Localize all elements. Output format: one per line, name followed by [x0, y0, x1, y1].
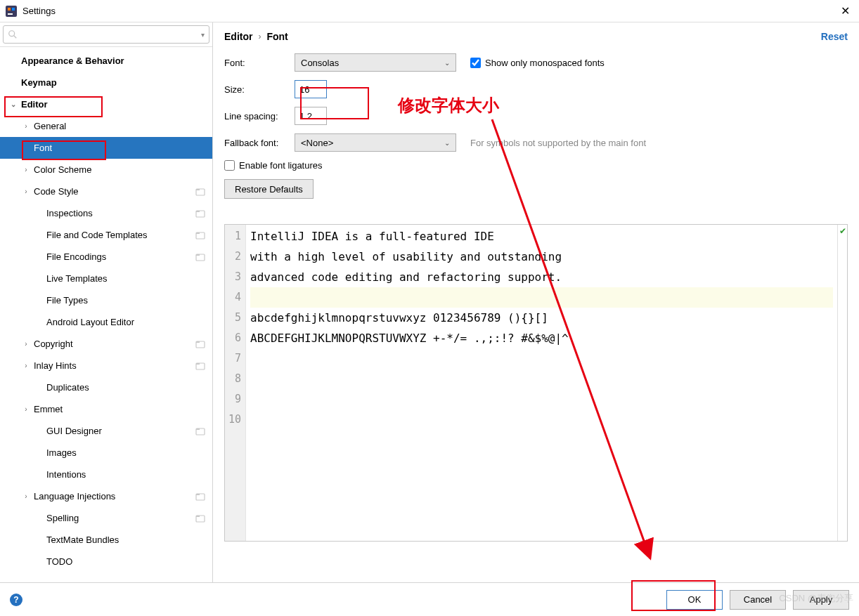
search-dropdown-icon[interactable]: ▾ [201, 31, 205, 39]
titlebar: Settings ✕ [0, 0, 859, 22]
chevron-right-icon[interactable]: › [21, 122, 31, 130]
spacing-label: Line spacing: [224, 111, 295, 122]
chevron-right-icon[interactable]: › [21, 405, 31, 413]
sidebar-item-label: Android Layout Editor [46, 317, 212, 327]
sidebar-item-todo[interactable]: TODO [0, 551, 212, 572]
sidebar-item-label: Inspections [46, 208, 195, 218]
ligatures-checkbox[interactable]: Enable font ligatures [224, 160, 323, 171]
sidebar-item-label: Duplicates [46, 382, 212, 393]
project-scope-icon [195, 230, 205, 240]
sidebar-item-file-and-code-templates[interactable]: File and Code Templates [0, 224, 212, 246]
project-scope-icon [195, 513, 205, 523]
chevron-right-icon: › [258, 32, 261, 41]
sidebar-item-copyright[interactable]: ›Copyright [0, 333, 212, 355]
close-icon[interactable]: ✕ [837, 4, 853, 18]
sidebar-item-font[interactable]: Font [0, 137, 212, 159]
sidebar-item-android-layout-editor[interactable]: Android Layout Editor [0, 311, 212, 333]
code-line: advanced code editing and refactoring su… [250, 270, 562, 284]
dialog-footer: ? OK Cancel Apply [0, 582, 859, 616]
spacing-input[interactable] [295, 107, 327, 125]
svg-rect-19 [196, 428, 200, 430]
sidebar-item-label: TODO [46, 556, 212, 567]
sidebar-item-live-templates[interactable]: Live Templates [0, 268, 212, 289]
chevron-down-icon[interactable]: ⌄ [8, 100, 18, 108]
sidebar-item-textmate-bundles[interactable]: TextMate Bundles [0, 529, 212, 551]
chevron-right-icon[interactable]: › [21, 188, 31, 195]
sidebar-item-label: Intentions [46, 469, 212, 480]
sidebar-item-inspections[interactable]: Inspections [0, 202, 212, 224]
code-line: abcdefghijklmnopqrstuvwxyz 0123456789 ()… [250, 311, 548, 325]
chevron-right-icon[interactable]: › [21, 492, 31, 500]
svg-rect-9 [196, 211, 200, 212]
fallback-value: <None> [301, 138, 444, 148]
line-number: 3 [225, 267, 241, 287]
chevron-right-icon[interactable]: › [21, 362, 31, 369]
help-button[interactable]: ? [10, 594, 22, 606]
show-monospaced-checkbox[interactable]: Show only monospaced fonts [470, 58, 605, 68]
sidebar-item-gui-designer[interactable]: GUI Designer [0, 420, 212, 442]
breadcrumb-root[interactable]: Editor [224, 31, 252, 42]
cancel-button[interactable]: Cancel [730, 590, 786, 610]
check-icon: ✔ [839, 226, 846, 236]
sidebar-item-emmet[interactable]: ›Emmet [0, 398, 212, 420]
search-field[interactable] [20, 30, 201, 40]
sidebar-item-duplicates[interactable]: Duplicates [0, 376, 212, 398]
sidebar-item-spelling[interactable]: Spelling [0, 507, 212, 529]
sidebar-item-general[interactable]: ›General [0, 115, 212, 137]
preview-code[interactable]: IntelliJ IDEA is a full-featured IDE wit… [246, 225, 837, 541]
sidebar-item-label: Code Style [34, 186, 195, 197]
chevron-down-icon: ⌄ [444, 139, 450, 147]
svg-rect-11 [196, 232, 200, 234]
sidebar-item-label: Font [34, 143, 212, 153]
svg-point-4 [9, 31, 15, 37]
code-line: ABCDEFGHIJKLMNOPQRSTUVWXYZ +-*/= .,;:!? … [250, 332, 569, 345]
chevron-down-icon: ⌄ [444, 59, 450, 67]
code-line [250, 287, 833, 308]
show-monospaced-label: Show only monospaced fonts [485, 58, 605, 68]
sidebar-item-file-encodings[interactable]: File Encodings [0, 246, 212, 268]
search-input[interactable]: ▾ [3, 25, 209, 44]
fallback-select[interactable]: <None> ⌄ [295, 133, 456, 152]
svg-rect-1 [8, 8, 11, 11]
sidebar-item-label: Inlay Hints [34, 360, 195, 371]
line-number: 8 [225, 369, 241, 389]
sidebar-item-label: General [34, 121, 212, 131]
chevron-right-icon[interactable]: › [21, 166, 31, 173]
restore-defaults-button[interactable]: Restore Defaults [224, 179, 314, 199]
svg-rect-0 [6, 6, 17, 17]
font-value: Consolas [301, 58, 444, 68]
project-scope-icon [195, 187, 205, 197]
sidebar-item-label: TextMate Bundles [46, 535, 212, 545]
sidebar-item-file-types[interactable]: File Types [0, 289, 212, 311]
chevron-right-icon[interactable]: › [21, 340, 31, 348]
svg-line-5 [14, 36, 17, 39]
sidebar-item-appearance-behavior[interactable]: Appearance & Behavior [0, 50, 212, 72]
sidebar-item-language-injections[interactable]: ›Language Injections [0, 485, 212, 507]
font-label: Font: [224, 58, 295, 68]
sidebar-item-color-scheme[interactable]: ›Color Scheme [0, 159, 212, 181]
line-number: 6 [225, 328, 241, 348]
sidebar-item-label: Spelling [46, 513, 195, 523]
sidebar-item-intentions[interactable]: Intentions [0, 464, 212, 485]
ok-button[interactable]: OK [666, 590, 723, 610]
sidebar-item-images[interactable]: Images [0, 442, 212, 464]
sidebar-item-code-style[interactable]: ›Code Style [0, 181, 212, 202]
sidebar-item-label: Images [46, 447, 212, 458]
sidebar-item-editor[interactable]: ⌄Editor [0, 93, 212, 115]
project-scope-icon [195, 426, 205, 436]
sidebar-item-label: Appearance & Behavior [21, 55, 212, 66]
reset-link[interactable]: Reset [821, 31, 848, 42]
watermark: CSDN @麦兜分享 [779, 592, 853, 605]
svg-rect-13 [196, 254, 200, 256]
size-input[interactable] [295, 80, 327, 98]
search-icon [8, 30, 18, 39]
sidebar-item-inlay-hints[interactable]: ›Inlay Hints [0, 355, 212, 376]
line-number: 1 [225, 226, 241, 247]
code-line: with a high level of usability and outst… [250, 250, 562, 263]
sidebar-item-keymap[interactable]: Keymap [0, 72, 212, 93]
project-scope-icon [195, 361, 205, 371]
fallback-label: Fallback font: [224, 138, 295, 148]
font-select[interactable]: Consolas ⌄ [295, 53, 456, 72]
sidebar-item-label: File Encodings [46, 251, 195, 262]
project-scope-icon [195, 252, 205, 262]
